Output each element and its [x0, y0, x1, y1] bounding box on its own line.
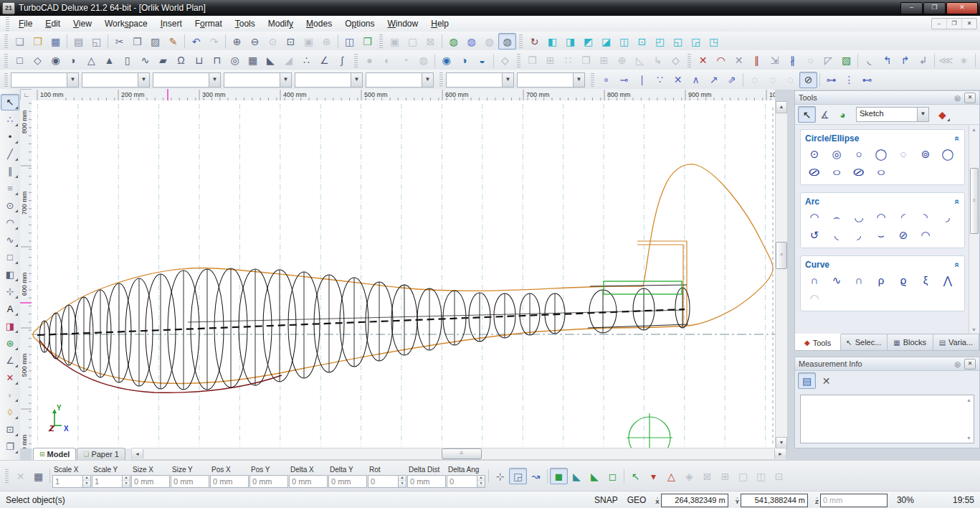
vertical-scrollbar[interactable]: ▲ ≡ ▼: [775, 100, 788, 450]
snap-toggle[interactable]: SNAP: [594, 495, 618, 505]
rotated-box-icon[interactable]: ◇: [29, 52, 47, 69]
arc-center-point-icon[interactable]: ◠: [807, 211, 822, 225]
boolean-intersect-icon[interactable]: ◒: [473, 52, 491, 69]
select-workplane-icon[interactable]: ◣: [568, 468, 586, 484]
pin-icon[interactable]: ◎: [953, 359, 964, 369]
curve-fit-icon[interactable]: ∩: [851, 274, 867, 288]
tab-tools[interactable]: ◆Tools: [795, 334, 841, 350]
snap-nearest-icon[interactable]: ∧: [687, 72, 705, 88]
snap-circle-nearest-icon[interactable]: ◌: [781, 72, 799, 88]
property-combo-5[interactable]: ▼: [295, 72, 363, 88]
arc-tool-icon[interactable]: ◠: [1, 215, 19, 231]
vase-icon[interactable]: Ω: [172, 52, 190, 69]
spline-3d-icon[interactable]: ∫: [333, 52, 351, 69]
select-facet-icon[interactable]: ◻: [604, 468, 622, 484]
render-hidden-line-icon[interactable]: ◍: [462, 33, 480, 50]
copy-icon[interactable]: ❐: [128, 33, 146, 50]
panel-world-icon[interactable]: ◕: [834, 106, 852, 123]
edit-segment-icon[interactable]: ↲: [914, 52, 932, 69]
curve-spline-icon[interactable]: ∿: [829, 274, 845, 288]
property-combo-7[interactable]: ▼: [446, 72, 514, 88]
menu-workspace[interactable]: Workspace: [98, 17, 154, 31]
image-tool-icon[interactable]: ◨: [1, 318, 19, 334]
hemisphere-icon[interactable]: ◗: [65, 52, 82, 69]
spinner-down-icon[interactable]: ▼: [399, 481, 406, 487]
wedge-icon[interactable]: ◣: [262, 52, 280, 69]
field-pos-x-input[interactable]: 0 mm: [210, 475, 249, 488]
select-2d-mode-icon[interactable]: ◼: [550, 468, 568, 484]
boolean-subtract-icon[interactable]: ◑: [455, 52, 473, 69]
pick-point-icon[interactable]: ◸: [819, 52, 837, 69]
view-top-icon[interactable]: ◫: [615, 33, 633, 50]
loft-icon[interactable]: ◇: [496, 52, 514, 69]
spinner[interactable]: ▲▼: [477, 475, 485, 488]
coord-x-input[interactable]: 264,382349 m: [661, 494, 728, 507]
arc-concentric-icon[interactable]: ⌢: [829, 211, 845, 225]
disc-icon[interactable]: ◎: [226, 52, 244, 69]
arc-fixed-ratio-icon[interactable]: ◠: [918, 229, 933, 243]
snap-free-icon[interactable]: ∘: [597, 72, 615, 88]
view-back-icon[interactable]: ◨: [561, 33, 579, 50]
pin-icon[interactable]: ◎: [953, 93, 964, 103]
menu-help[interactable]: Help: [424, 17, 455, 31]
degrade-selection-icon[interactable]: △: [662, 468, 680, 484]
arc-complement-icon[interactable]: ↺: [807, 229, 822, 243]
snap-midpoint-icon[interactable]: ∣: [633, 72, 651, 88]
center-snap-tool-icon[interactable]: ⊛: [1, 335, 19, 352]
snap-intersection-icon[interactable]: ✕: [669, 72, 687, 88]
position-tool-icon[interactable]: ⊹: [1, 283, 19, 300]
tab-selector[interactable]: ↖Selec...: [841, 334, 887, 350]
property-combo-2[interactable]: ▼: [82, 72, 150, 88]
open-file-icon[interactable]: ❒: [29, 33, 47, 50]
view-iso-ne-icon[interactable]: ◲: [687, 33, 705, 50]
tab-paper-1[interactable]: ❏Paper 1: [77, 448, 125, 460]
view-iso-nw-icon[interactable]: ◳: [705, 33, 723, 50]
fillet-icon[interactable]: ◟: [860, 52, 878, 69]
solid-tool-icon[interactable]: ◧: [1, 266, 19, 283]
circle-tan-to-arc-icon[interactable]: ⊚: [918, 148, 933, 161]
curve-bezier-icon[interactable]: ∩: [807, 274, 822, 288]
save-icon[interactable]: ▦: [47, 33, 65, 50]
horizontal-scroll-thumb[interactable]: ≡: [442, 448, 482, 459]
sphere-icon[interactable]: ◉: [47, 52, 65, 69]
panel-scroll-thumb[interactable]: ≡: [970, 168, 979, 234]
format-painter-icon[interactable]: ✎: [164, 33, 182, 50]
property-combo-3[interactable]: ▼: [153, 72, 221, 88]
measure-scroll-down-icon[interactable]: ▼: [965, 434, 973, 442]
circle-3-point-icon[interactable]: ◯: [873, 148, 889, 161]
spinner[interactable]: ▲▼: [83, 475, 91, 488]
make-reference-icon[interactable]: ⊹: [491, 468, 509, 484]
node-3d-icon[interactable]: ∴: [298, 52, 315, 69]
fillet-arc-icon[interactable]: ◠: [712, 52, 730, 69]
collapse-chevron-icon[interactable]: «: [953, 136, 963, 141]
field-pos-y-input[interactable]: 0 mm: [249, 475, 288, 488]
scroll-up-icon[interactable]: ▲: [776, 101, 787, 113]
boolean-union-icon[interactable]: ◉: [437, 52, 455, 69]
minimize-button[interactable]: –: [900, 2, 923, 14]
field-delta-x-input[interactable]: 0 mm: [289, 475, 328, 488]
menu-insert[interactable]: Insert: [154, 17, 189, 31]
polyline-tool-icon[interactable]: ∥: [1, 163, 19, 179]
arc-by-angle-icon[interactable]: ◞: [851, 229, 867, 243]
fill-area-icon[interactable]: ▧: [837, 52, 855, 69]
scroll-left-icon[interactable]: ◄: [132, 449, 143, 458]
view-front-icon[interactable]: ◧: [543, 33, 561, 50]
chevron-down-icon[interactable]: ▼: [422, 73, 433, 87]
close-icon[interactable]: ✕: [964, 359, 976, 370]
spline-tool-icon[interactable]: ∿: [1, 232, 19, 248]
menu-format[interactable]: Format: [189, 17, 229, 31]
field-delta-y-input[interactable]: 0 mm: [328, 475, 367, 488]
field-scale-y-input[interactable]: 1: [92, 475, 123, 488]
curve-cloud-3-icon[interactable]: ξ: [918, 274, 933, 288]
copy-tool-icon[interactable]: ❐: [1, 438, 19, 455]
view-iso-se-icon[interactable]: ◰: [651, 33, 669, 50]
undo-icon[interactable]: ↶: [187, 33, 205, 50]
menu-modes[interactable]: Modes: [300, 17, 338, 31]
collapse-chevron-icon[interactable]: «: [953, 263, 963, 268]
dimension-tool-icon[interactable]: ∠: [1, 352, 19, 369]
view-bottom-icon[interactable]: ⊡: [633, 33, 651, 50]
field-scale-x-input[interactable]: 1: [52, 475, 83, 488]
elliptical-arc-icon[interactable]: ⊘: [895, 229, 911, 243]
snap-grid-icon[interactable]: ⊶: [822, 72, 840, 88]
collapse-chevron-icon[interactable]: «: [953, 199, 963, 204]
